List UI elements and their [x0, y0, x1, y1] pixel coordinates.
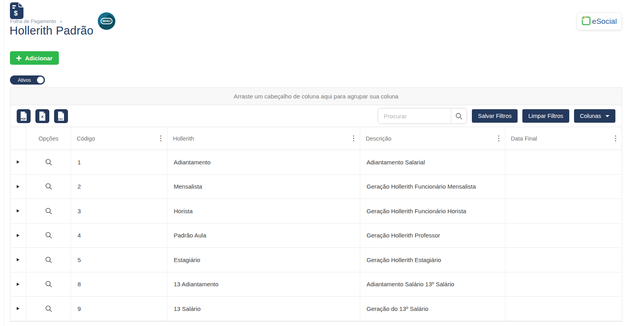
codigo-cell: 9 [71, 297, 167, 321]
header-expand-column [10, 127, 26, 150]
expand-arrow-icon[interactable] [17, 160, 19, 164]
hollerith-cell: Mensalista [167, 175, 360, 199]
search-submit[interactable] [451, 108, 467, 123]
export-group: PDF X CSV [17, 109, 68, 123]
hollerith-cell: Horista [167, 199, 360, 223]
row-search-icon [45, 158, 52, 166]
column-menu-icon[interactable] [157, 134, 162, 143]
svg-text:$: $ [14, 10, 18, 17]
expand-cell[interactable] [10, 175, 26, 199]
esocial-logo-icon [582, 16, 591, 27]
options-cell[interactable] [26, 272, 71, 297]
expand-cell[interactable] [10, 248, 26, 272]
options-cell[interactable] [26, 224, 71, 248]
expand-cell[interactable] [10, 272, 26, 297]
esocial-badge[interactable]: eSocial [577, 13, 621, 30]
expand-cell[interactable] [10, 199, 26, 223]
row-search-icon [45, 183, 52, 190]
codigo-cell: 8 [71, 272, 167, 297]
active-toggle[interactable]: Ativos [10, 75, 45, 85]
codigo-cell: 5 [71, 248, 167, 272]
columns-dropdown-button[interactable]: Colunas [574, 109, 615, 123]
wiki-badge[interactable]: WIKI [98, 12, 115, 30]
table-body: 1 Adiantamento Adiantamento Salarial 2 M… [10, 150, 622, 321]
expand-arrow-icon[interactable] [17, 209, 19, 212]
descricao-cell: Geração Hollerith Funcionário Mensalista [360, 175, 505, 199]
descricao-cell: Geração Hollerith Professor [360, 224, 505, 248]
data-final-cell [505, 297, 622, 321]
toolbar-right: Salvar Filtros Limpar Filtros Colunas [378, 108, 615, 124]
columns-dropdown-label: Colunas [580, 113, 601, 119]
row-search-icon [45, 256, 52, 264]
expand-cell[interactable] [10, 150, 26, 174]
page: $ Folha de Pagamento > Hollerith Padrão … [0, 0, 644, 326]
hollerith-cell: 13 Adiantamento [167, 272, 360, 297]
hollerith-cell: Padrão Aula [167, 224, 360, 248]
options-cell[interactable] [26, 175, 71, 199]
header-hollerith[interactable]: Hollerith [167, 127, 360, 150]
header-data-final[interactable]: Data Final [505, 127, 622, 150]
svg-text:X: X [41, 115, 44, 119]
breadcrumb-chevron: > [60, 19, 62, 24]
add-button-label: Adicionar [25, 55, 52, 62]
toggle-knob[interactable] [37, 77, 44, 83]
expand-arrow-icon[interactable] [17, 234, 19, 237]
table-row[interactable]: 8 13 Adiantamento Adiantamento Salário 1… [10, 272, 622, 297]
save-filters-button[interactable]: Salvar Filtros [472, 109, 518, 123]
data-final-cell [505, 199, 622, 223]
header-opcoes-label: Opções [39, 135, 58, 142]
descricao-cell: Geração do 13º Salário [360, 297, 505, 321]
file-excel-icon: X [38, 111, 47, 121]
active-toggle-label: Ativos [18, 77, 31, 83]
table-row[interactable]: 4 Padrão Aula Geração Hollerith Professo… [10, 224, 622, 248]
options-cell[interactable] [26, 199, 71, 223]
wiki-badge-label: WIKI [101, 18, 113, 24]
table-row[interactable]: 9 13 Salário Geração do 13º Salário [10, 297, 622, 321]
esocial-label: eSocial [592, 17, 617, 26]
header-opcoes[interactable]: Opções [26, 127, 71, 150]
table-row[interactable]: 3 Horista Geração Hollerith Funcionário … [10, 199, 622, 224]
sidebar-edge-divider [4, 0, 4, 326]
options-cell[interactable] [26, 248, 71, 272]
expand-cell[interactable] [10, 224, 26, 248]
page-title: Hollerith Padrão [10, 24, 93, 37]
codigo-cell: 2 [71, 175, 167, 199]
options-cell[interactable] [26, 297, 71, 321]
descricao-cell: Adiantamento Salarial [360, 150, 505, 174]
expand-arrow-icon[interactable] [17, 283, 19, 286]
data-final-cell [505, 272, 622, 297]
expand-arrow-icon[interactable] [17, 258, 19, 261]
search-input[interactable] [378, 108, 451, 123]
header-codigo[interactable]: Código [71, 127, 167, 150]
export-csv-button[interactable]: CSV [54, 109, 68, 123]
group-drop-zone[interactable]: Arraste um cabeçalho de coluna aqui para… [10, 88, 622, 105]
column-menu-icon[interactable] [612, 134, 617, 143]
export-pdf-button[interactable]: PDF [17, 109, 31, 123]
data-final-cell [505, 224, 622, 248]
breadcrumb-item[interactable]: Folha de Pagamento [10, 19, 56, 24]
file-pdf-icon: PDF [19, 111, 28, 121]
expand-arrow-icon[interactable] [17, 307, 19, 310]
header-descricao[interactable]: Descrição [360, 127, 505, 150]
header-descricao-label: Descrição [366, 135, 391, 142]
breadcrumb[interactable]: Folha de Pagamento > [10, 19, 62, 24]
file-csv-icon: CSV [57, 111, 65, 121]
header-data-final-label: Data Final [511, 135, 537, 142]
add-button[interactable]: Adicionar [10, 51, 59, 65]
descricao-cell: Geração Hollerith Funcionário Horista [360, 199, 505, 223]
options-cell[interactable] [26, 150, 71, 174]
table-row[interactable]: 2 Mensalista Geração Hollerith Funcionár… [10, 175, 622, 199]
export-excel-button[interactable]: X [35, 109, 49, 123]
column-menu-icon[interactable] [350, 134, 355, 143]
chevron-down-icon [605, 115, 609, 117]
table-row[interactable]: 5 Estagiário Geração Hollerith Estagiári… [10, 248, 622, 272]
hollerith-cell: Adiantamento [167, 150, 360, 174]
expand-arrow-icon[interactable] [17, 185, 19, 188]
expand-cell[interactable] [10, 297, 26, 321]
descricao-cell: Adiantamento Salário 13º Salário [360, 272, 505, 297]
table-row[interactable]: 1 Adiantamento Adiantamento Salarial [10, 150, 622, 175]
table-header-row: Opções Código Hollerith Descrição Data F… [10, 127, 622, 150]
column-menu-icon[interactable] [495, 134, 500, 143]
data-grid: Arraste um cabeçalho de coluna aqui para… [10, 87, 622, 322]
clear-filters-button[interactable]: Limpar Filtros [522, 109, 569, 123]
